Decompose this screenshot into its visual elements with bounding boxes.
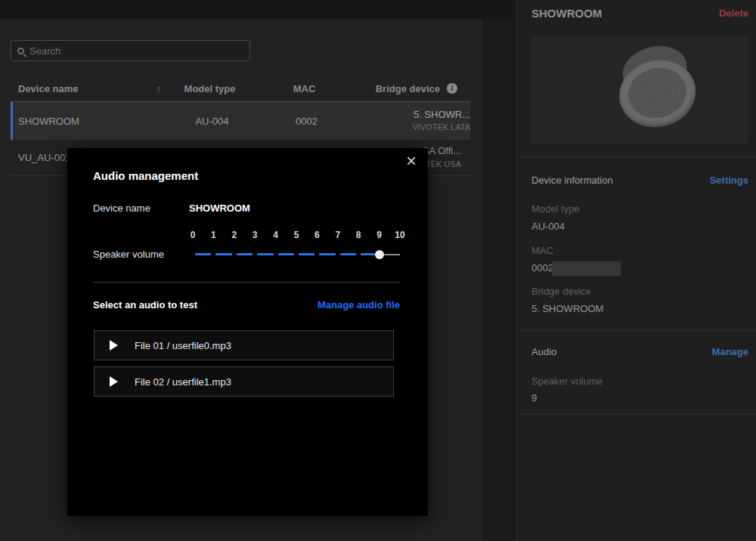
mac-label: MAC <box>531 245 553 256</box>
device-image-panel <box>531 36 748 144</box>
slider-tick: 6 <box>314 230 320 240</box>
model-type-label: Model type <box>531 203 580 215</box>
column-device-name-label: Device name <box>18 83 79 94</box>
slider-segment-filled <box>340 253 356 255</box>
table-header: Device name ↑ Model type MAC Bridge devi… <box>11 76 470 102</box>
audio-file-play-button[interactable]: File 02 / userfile1.mp3 <box>94 366 394 397</box>
slider-tick: 3 <box>253 230 258 240</box>
audio-file-label: File 01 / userfile0.mp3 <box>135 340 231 351</box>
speaker-mesh <box>623 61 692 124</box>
mac-value: 0002 <box>531 262 553 274</box>
device-information-heading: Device information <box>531 175 613 186</box>
slider-track[interactable] <box>193 253 400 255</box>
divider <box>517 156 756 157</box>
delete-button[interactable]: Delete <box>719 8 748 19</box>
manage-audio-file-link[interactable]: Manage audio file <box>318 299 400 311</box>
search-input[interactable] <box>29 45 243 57</box>
slider-tick: 1 <box>211 230 216 240</box>
audio-section-header: Audio Manage <box>531 344 748 359</box>
mac-redaction-box <box>552 261 621 276</box>
slider-tick: 5 <box>294 230 299 240</box>
audio-file-label: File 02 / userfile1.mp3 <box>135 376 231 388</box>
device-name-text: SHOWROOM <box>18 116 79 127</box>
column-device-name[interactable]: Device name ↑ <box>11 83 163 94</box>
cell-device-name: SHOWROOM <box>13 116 165 127</box>
audio-management-dialog: × Audio management Device name SHOWROOM … <box>67 148 428 516</box>
slider-tick: 7 <box>335 230 340 240</box>
slider-thumb[interactable] <box>375 250 384 259</box>
cell-bridge-device: 5. SHOWR... .VIVOTEK LATA <box>354 105 470 138</box>
divider <box>517 330 756 331</box>
slider-tick: 10 <box>395 230 404 240</box>
info-icon[interactable]: i <box>447 83 457 94</box>
divider <box>517 414 756 415</box>
play-icon <box>110 376 118 387</box>
cell-model-type: AU-004 <box>165 116 259 127</box>
dialog-title: Audio management <box>93 169 198 182</box>
divider <box>93 282 401 283</box>
slider-tick: 4 <box>273 230 278 240</box>
select-audio-label: Select an audio to test <box>93 299 197 311</box>
model-type-value: AU-004 <box>531 221 565 232</box>
slider-segment-filled <box>257 253 273 255</box>
device-name-text: VU_AU-001 <box>18 152 70 163</box>
column-bridge-device-label: Bridge device <box>376 83 440 94</box>
audio-file-play-button[interactable]: File 01 / userfile0.mp3 <box>94 330 394 360</box>
sidebar-device-title: SHOWROOM <box>531 7 602 20</box>
cell-mac: 0002 <box>259 116 354 127</box>
column-bridge-device: Bridge device i <box>352 83 470 94</box>
device-information-header: Device information Settings <box>531 172 748 187</box>
slider-tick-labels: 0 1 2 3 4 5 6 7 8 9 10 <box>193 230 400 242</box>
slider-tick: 9 <box>376 230 382 240</box>
search-box[interactable] <box>11 40 250 61</box>
slider-segment-filled <box>299 253 314 255</box>
speaker-device-image <box>606 41 707 141</box>
device-detail-sidebar: SHOWROOM Delete Device information Setti… <box>516 0 756 541</box>
close-icon[interactable]: × <box>402 153 420 171</box>
bridge-device-label: Bridge device <box>531 286 591 297</box>
table-row[interactable]: SHOWROOM AU-004 0002 5. SHOWR... .VIVOTE… <box>11 102 470 140</box>
slider-tick: 8 <box>356 230 361 240</box>
settings-link[interactable]: Settings <box>710 175 748 186</box>
slider-segment-filled <box>215 253 231 255</box>
speaker-volume-slider[interactable]: 0 1 2 3 4 5 6 7 8 9 10 <box>193 230 400 264</box>
slider-segment-filled <box>237 253 253 255</box>
bridge-device-value: 5. SHOWROOM <box>531 303 603 314</box>
bridge-device-secondary: .VIVOTEK LATA <box>354 122 470 134</box>
sort-ascending-icon[interactable]: ↑ <box>156 83 162 94</box>
manage-link[interactable]: Manage <box>712 346 748 357</box>
column-model-type: Model type <box>163 83 257 94</box>
column-mac: MAC <box>257 83 352 94</box>
device-name-label: Device name <box>93 202 150 214</box>
slider-segment-filled <box>195 253 211 255</box>
slider-segment-filled <box>319 253 335 255</box>
play-icon <box>110 340 118 351</box>
speaker-volume-value: 9 <box>531 392 537 403</box>
speaker-volume-label: Speaker volume <box>531 376 603 387</box>
top-bar <box>0 0 516 19</box>
search-icon <box>17 48 24 54</box>
speaker-volume-label: Speaker volume <box>93 249 164 260</box>
slider-segment-filled <box>278 253 294 255</box>
audio-heading: Audio <box>531 346 556 357</box>
bridge-device-primary: 5. SHOWR... <box>354 108 470 122</box>
device-name-value: SHOWROOM <box>189 202 250 214</box>
slider-tick: 0 <box>191 230 196 240</box>
slider-tick: 2 <box>231 230 237 240</box>
